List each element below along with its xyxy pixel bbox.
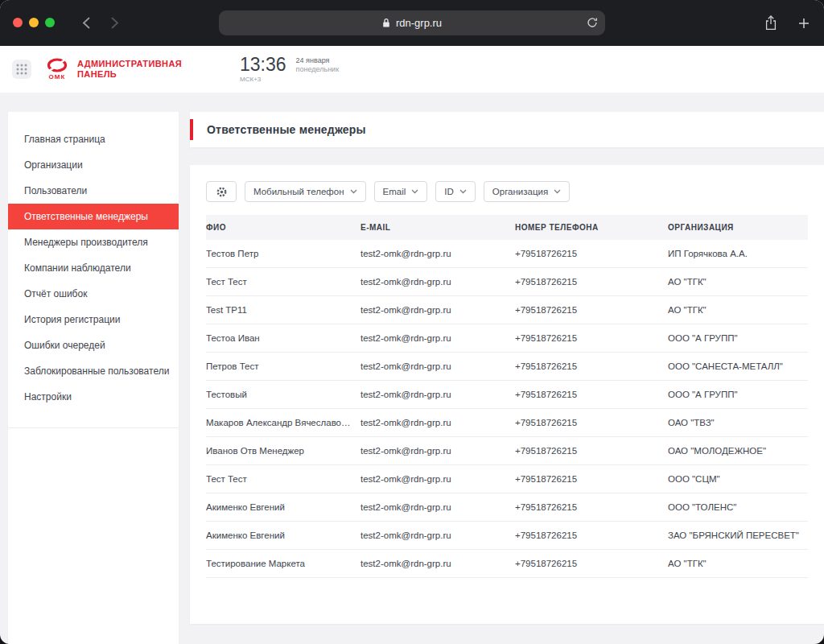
cell-organization: АО "ТГК"	[668, 550, 808, 578]
table-row[interactable]: Акименко Евгенийtest2-omk@rdn-grp.ru+795…	[206, 522, 808, 550]
chevron-left-icon	[82, 17, 90, 29]
cell-fio: Тестов Петр	[206, 240, 360, 268]
sidebar-item[interactable]: Отчёт ошибок	[8, 281, 179, 307]
omk-logo-text: ОМК	[49, 73, 66, 80]
table-row[interactable]: Тест Тестtest2-omk@rdn-grp.ru+7951872621…	[206, 465, 808, 493]
current-time: 13:36	[240, 56, 286, 74]
cell-email: test2-omk@rdn-grp.ru	[360, 268, 515, 296]
table-row[interactable]: Акименко Евгенийtest2-omk@rdn-grp.ru+795…	[206, 493, 808, 522]
cell-phone: +79518726215	[515, 550, 668, 578]
filter-chip[interactable]: Организация	[484, 181, 570, 202]
cell-organization: АО "ТГК"	[668, 296, 808, 324]
brand-line2: ПАНЕЛЬ	[77, 69, 182, 80]
cell-organization: ОАО "ТВЗ"	[668, 409, 808, 437]
minimize-window-button[interactable]	[29, 18, 39, 27]
table-settings-button[interactable]	[206, 181, 237, 202]
chevron-down-icon	[411, 189, 418, 194]
cell-email: test2-omk@rdn-grp.ru	[360, 240, 515, 268]
cell-email: test2-omk@rdn-grp.ru	[360, 409, 515, 437]
sidebar-item[interactable]: Организации	[8, 152, 179, 178]
table-row[interactable]: Макаров Александр Вячеславовичtest2-omk@…	[206, 409, 808, 437]
cell-email: test2-omk@rdn-grp.ru	[360, 550, 515, 578]
table-row[interactable]: Тестирование Маркетаtest2-omk@rdn-grp.ru…	[206, 550, 808, 578]
clock-block: 13:36 МСК+3 24 января понедельник	[240, 56, 339, 83]
page-title: Ответственные менеджеры	[207, 123, 366, 136]
cell-organization: АО "ТГК"	[668, 268, 808, 296]
cell-fio: Петров Тест	[206, 353, 360, 381]
cell-phone: +79518726215	[515, 409, 668, 437]
cell-phone: +79518726215	[515, 437, 668, 465]
chevron-down-icon	[554, 189, 561, 194]
chevron-down-icon	[459, 189, 467, 194]
forward-button[interactable]	[111, 17, 119, 29]
sidebar-item[interactable]: Компании наблюдатели	[8, 255, 179, 281]
filter-chip[interactable]: ID	[435, 181, 476, 202]
sidebar-item[interactable]: Заблокированные пользователи	[8, 358, 179, 384]
cell-organization: ООО "САНЕСТА-МЕТАЛЛ"	[668, 353, 808, 381]
filter-chip[interactable]: Мобильный телефон	[245, 181, 366, 202]
table-row[interactable]: Тест Тестtest2-omk@rdn-grp.ru+7951872621…	[206, 268, 808, 296]
cell-organization: ООО "СЦМ"	[668, 465, 808, 493]
cell-organization: ООО "А ГРУПП"	[668, 381, 808, 409]
table-row[interactable]: Тестов Петрtest2-omk@rdn-grp.ru+79518726…	[206, 240, 808, 268]
filter-row: Мобильный телефонEmailIDОрганизация	[206, 181, 808, 202]
sidebar-item[interactable]: Менеджеры производителя	[8, 229, 179, 255]
cell-phone: +79518726215	[515, 240, 668, 268]
new-tab-button[interactable]	[798, 18, 810, 29]
cell-phone: +79518726215	[515, 465, 668, 493]
cell-fio: Тестовый	[206, 381, 360, 409]
sidebar-item[interactable]: Пользователи	[8, 178, 179, 204]
cell-email: test2-omk@rdn-grp.ru	[360, 353, 515, 381]
share-button[interactable]	[764, 15, 777, 31]
table-row[interactable]: Иванов Отв Менеджерtest2-omk@rdn-grp.ru+…	[206, 437, 808, 465]
cell-organization: ИП Горячкова А.А.	[668, 240, 808, 268]
sidebar-item[interactable]: Настройки	[8, 384, 179, 410]
chevron-right-icon	[111, 17, 119, 29]
title-accent-bar	[190, 119, 193, 140]
traffic-lights	[13, 18, 55, 27]
lock-icon	[382, 18, 390, 28]
timezone-label: МСК+3	[240, 76, 286, 83]
sidebar-item[interactable]: Ошибки очередей	[8, 332, 179, 358]
filter-chip-label: Мобильный телефон	[253, 187, 344, 196]
table-row[interactable]: Тестовыйtest2-omk@rdn-grp.ru+79518726215…	[206, 381, 808, 409]
content-card: Мобильный телефонEmailIDОрганизация ФИОE…	[190, 165, 824, 624]
table-row[interactable]: Петров Тестtest2-omk@rdn-grp.ru+79518726…	[206, 353, 808, 381]
cell-email: test2-omk@rdn-grp.ru	[360, 493, 515, 522]
cell-phone: +79518726215	[515, 296, 668, 324]
filter-chip[interactable]: Email	[374, 181, 428, 202]
cell-email: test2-omk@rdn-grp.ru	[360, 465, 515, 493]
address-bar[interactable]: rdn-grp.ru	[219, 10, 605, 35]
cell-email: test2-omk@rdn-grp.ru	[360, 381, 515, 409]
cell-organization: ООО "ТОЛЕНС"	[668, 493, 808, 522]
cell-email: test2-omk@rdn-grp.ru	[360, 324, 515, 353]
app-header: ОМК АДМИНИСТРАТИВНАЯ ПАНЕЛЬ 13:36 МСК+3 …	[0, 46, 824, 93]
cell-email: test2-omk@rdn-grp.ru	[360, 296, 515, 324]
cell-phone: +79518726215	[515, 522, 668, 550]
cell-organization: ЗАО "БРЯНСКИЙ ПЕРЕСВЕТ"	[668, 522, 808, 550]
reload-button[interactable]	[587, 17, 598, 28]
cell-fio: Акименко Евгений	[206, 522, 360, 550]
back-button[interactable]	[82, 17, 90, 29]
close-window-button[interactable]	[13, 18, 23, 27]
page-title-bar: Ответственные менеджеры	[190, 112, 824, 147]
cell-fio: Макаров Александр Вячеславович	[206, 409, 360, 437]
table-row[interactable]: Test ТР11test2-omk@rdn-grp.ru+7951872621…	[206, 296, 808, 324]
plus-icon	[798, 18, 810, 29]
cell-phone: +79518726215	[515, 353, 668, 381]
omk-logo-icon	[47, 58, 68, 72]
cell-fio: Test ТР11	[206, 296, 360, 324]
table-header-cell: E-MAIL	[360, 215, 515, 240]
cell-fio: Тест Тест	[206, 268, 360, 296]
apps-grid-button[interactable]	[11, 59, 32, 80]
sidebar-item[interactable]: Главная страница	[8, 126, 179, 152]
gear-icon	[216, 186, 228, 198]
current-date: 24 января	[296, 56, 340, 65]
zoom-window-button[interactable]	[45, 18, 55, 27]
table-header-cell: ФИО	[206, 215, 360, 240]
cell-fio: Тестоа Иван	[206, 324, 360, 353]
sidebar-item[interactable]: История регистрации	[8, 307, 179, 332]
table-row[interactable]: Тестоа Иванtest2-omk@rdn-grp.ru+79518726…	[206, 324, 808, 353]
browser-window: rdn-grp.ru	[0, 0, 824, 644]
sidebar-item[interactable]: Ответственные менеджеры	[8, 204, 179, 229]
